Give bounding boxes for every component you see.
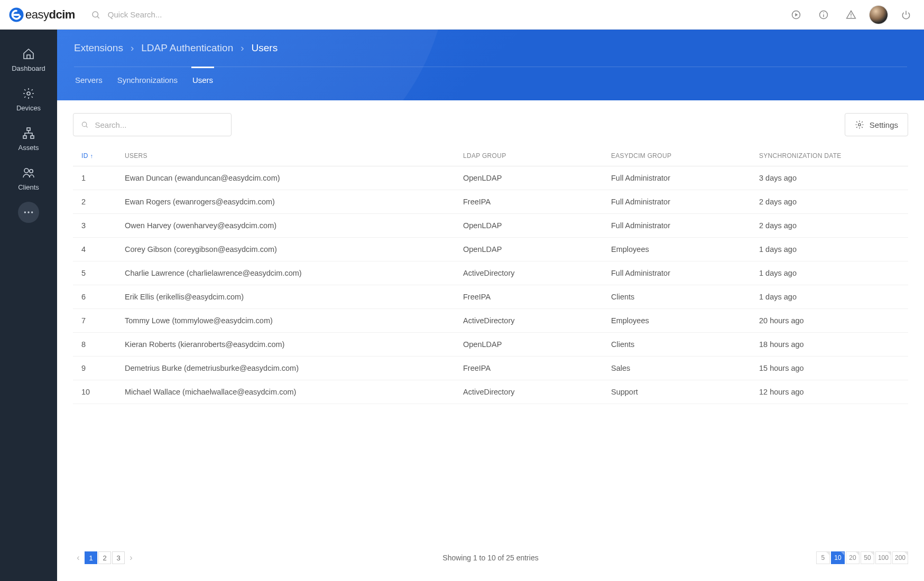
cell-easydcim-group: Support [607,380,755,404]
avatar[interactable] [869,5,888,24]
cell-user: Owen Harvey (owenharvey@easydcim.com) [121,214,459,238]
settings-button[interactable]: Settings [845,113,908,136]
global-search[interactable]: Quick Search... [91,10,162,20]
sidebar-item-label: Assets [18,144,39,152]
power-icon[interactable] [897,5,916,24]
page-size-button[interactable]: 10 [831,551,845,564]
column-header-sync-date[interactable]: SYNCHRONIZATION DATE [755,146,908,166]
table-row[interactable]: 9Demetrius Burke (demetriusburke@easydci… [73,357,908,380]
cell-sync-date: 12 hours ago [755,380,908,404]
cell-sync-date: 18 hours ago [755,333,908,357]
cell-sync-date: 20 hours ago [755,309,908,333]
cell-user: Ewan Rogers (ewanrogers@easydcim.com) [121,190,459,214]
column-header-id[interactable]: ID↑ [73,146,121,166]
tab-users[interactable]: Users [191,67,214,93]
cell-id: 10 [73,380,121,404]
sidebar-item-devices[interactable]: Devices [0,80,57,119]
cell-id: 5 [73,261,121,285]
svg-point-20 [31,211,33,213]
page-size-button[interactable]: 20 [846,551,860,564]
logo[interactable]: easydcim [8,7,75,23]
chevron-right-icon: › [241,42,244,54]
table-footer: ‹ 123 › Showing 1 to 10 of 25 entries 51… [73,542,908,568]
cell-easydcim-group: Employees [607,309,755,333]
svg-rect-14 [23,136,26,138]
cell-ldap-group: ActiveDirectory [459,380,607,404]
page-size-button[interactable]: 5 [816,551,830,564]
search-input[interactable] [95,120,224,129]
logo-text: easydcim [25,8,75,22]
tabs: Servers Synchronizations Users [74,67,907,93]
cell-id: 7 [73,309,121,333]
table-row[interactable]: 10Michael Wallace (michaelwallace@easydc… [73,380,908,404]
tab-synchronizations[interactable]: Synchronizations [116,67,179,93]
column-header-easydcim-group[interactable]: EASYDCIM GROUP [607,146,755,166]
table-row[interactable]: 5Charlie Lawrence (charlielawrence@easyd… [73,261,908,285]
breadcrumb-item[interactable]: LDAP Authentication [141,42,233,54]
page-prev[interactable]: ‹ [73,551,84,564]
tab-servers[interactable]: Servers [74,67,104,93]
cell-ldap-group: OpenLDAP [459,238,607,261]
column-header-users[interactable]: USERS [121,146,459,166]
more-horizontal-icon [23,211,34,214]
page-button[interactable]: 2 [98,551,111,564]
cell-user: Demetrius Burke (demetriusburke@easydcim… [121,357,459,380]
table-row[interactable]: 3Owen Harvey (owenharvey@easydcim.com)Op… [73,214,908,238]
page-size-button[interactable]: 200 [892,551,908,564]
page-size-button[interactable]: 100 [875,551,891,564]
svg-point-10 [851,16,852,17]
search-icon [91,10,100,20]
table-row[interactable]: 6Erik Ellis (erikellis@easydcim.com)Free… [73,285,908,309]
cell-easydcim-group: Employees [607,238,755,261]
sidebar: Dashboard Devices Assets Clients [0,30,57,581]
users-table: ID↑ USERS LDAP GROUP EASYDCIM GROUP SYNC… [73,146,908,404]
sidebar-item-label: Dashboard [12,64,45,72]
page-size-button[interactable]: 50 [861,551,874,564]
svg-rect-15 [31,136,34,138]
column-header-ldap-group[interactable]: LDAP GROUP [459,146,607,166]
gear-icon [855,120,864,129]
svg-line-3 [97,16,99,18]
cell-user: Tommy Lowe (tommylowe@easydcim.com) [121,309,459,333]
cell-easydcim-group: Full Administrator [607,190,755,214]
cell-id: 9 [73,357,121,380]
sidebar-more-button[interactable] [18,202,39,223]
table-row[interactable]: 8Kieran Roberts (kieranroberts@easydcim.… [73,333,908,357]
svg-rect-13 [27,128,30,130]
info-icon[interactable] [814,5,833,24]
table-row[interactable]: 4Corey Gibson (coreygibson@easydcim.com)… [73,238,908,261]
table-row[interactable]: 7Tommy Lowe (tommylowe@easydcim.com)Acti… [73,309,908,333]
table-row[interactable]: 2Ewan Rogers (ewanrogers@easydcim.com)Fr… [73,190,908,214]
cell-id: 6 [73,285,121,309]
main-content: Settings ID↑ USERS LDAP GROUP EASYDCIM G… [57,100,924,581]
sidebar-item-assets[interactable]: Assets [0,119,57,159]
table-row[interactable]: 1Ewan Duncan (ewanduncan@easydcim.com)Op… [73,166,908,190]
sidebar-item-dashboard[interactable]: Dashboard [0,40,57,80]
pagination: ‹ 123 › [73,551,136,564]
cell-id: 4 [73,238,121,261]
page-button[interactable]: 3 [112,551,125,564]
cell-ldap-group: ActiveDirectory [459,261,607,285]
cell-easydcim-group: Clients [607,285,755,309]
toolbar: Settings [73,113,908,136]
cell-easydcim-group: Clients [607,333,755,357]
logo-mark-icon [8,7,24,23]
search-icon [81,120,88,129]
cell-sync-date: 3 days ago [755,166,908,190]
sidebar-item-clients[interactable]: Clients [0,159,57,199]
cell-id: 2 [73,190,121,214]
cell-ldap-group: OpenLDAP [459,166,607,190]
svg-point-16 [24,168,29,173]
page-button[interactable]: 1 [85,551,97,564]
sidebar-item-label: Clients [18,183,39,191]
breadcrumb-item-active: Users [252,42,278,54]
cell-easydcim-group: Full Administrator [607,214,755,238]
alert-triangle-icon[interactable] [842,5,861,24]
breadcrumb-item[interactable]: Extensions [74,42,123,54]
cell-ldap-group: FreeIPA [459,285,607,309]
cell-user: Corey Gibson (coreygibson@easydcim.com) [121,238,459,261]
cell-sync-date: 2 days ago [755,190,908,214]
play-circle-icon[interactable] [787,5,806,24]
table-search [73,113,232,136]
page-next[interactable]: › [126,551,136,564]
